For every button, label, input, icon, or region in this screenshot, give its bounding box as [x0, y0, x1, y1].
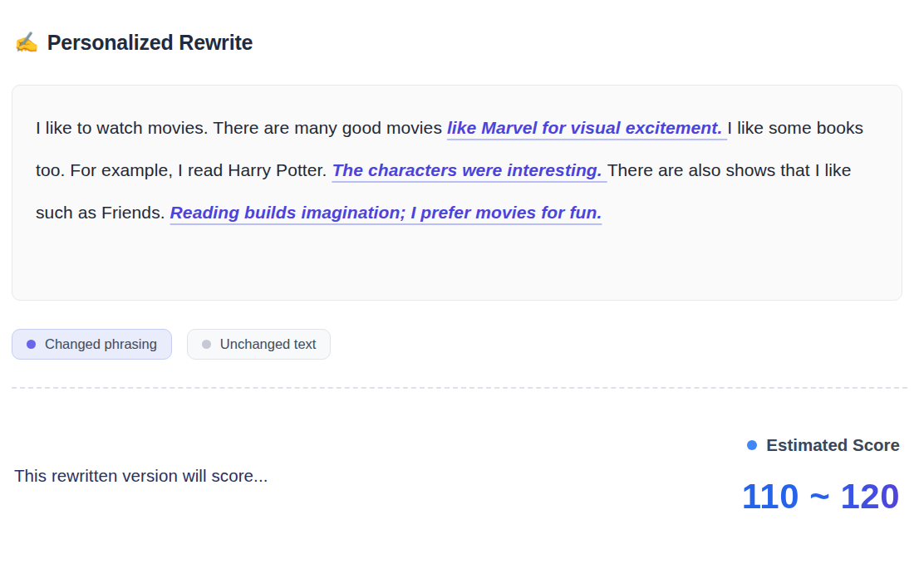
changed-text-segment[interactable]: The characters were interesting.: [332, 160, 607, 179]
page-title-text: Personalized Rewrite: [47, 30, 253, 55]
changed-text-segment[interactable]: Reading builds imagination; I prefer mov…: [170, 203, 602, 222]
legend-changed-phrasing-label: Changed phrasing: [45, 336, 157, 352]
legend: Changed phrasing Unchanged text: [12, 329, 902, 360]
legend-unchanged-text-label: Unchanged text: [220, 336, 317, 352]
score-section: This rewritten version will score... Est…: [12, 435, 902, 517]
estimated-score-label: Estimated Score: [766, 435, 900, 455]
unchanged-text-dot-icon: [202, 340, 211, 349]
rewrite-paragraph: I like to watch movies. There are many g…: [36, 106, 878, 233]
rewrite-text-card: I like to watch movies. There are many g…: [12, 85, 902, 301]
legend-unchanged-text-pill[interactable]: Unchanged text: [187, 329, 332, 360]
estimated-score-dot-icon: [747, 440, 757, 450]
writing-hand-icon: ✍️: [14, 30, 39, 55]
dashed-divider: [12, 387, 907, 389]
legend-changed-phrasing-pill[interactable]: Changed phrasing: [12, 329, 172, 360]
score-lead-text: This rewritten version will score...: [14, 466, 268, 486]
personalized-rewrite-panel: ✍️ Personalized Rewrite I like to watch …: [0, 0, 919, 588]
unchanged-text-segment: I like to watch movies. There are many g…: [36, 118, 447, 137]
estimated-score-value: 110 ~ 120: [742, 477, 900, 517]
changed-phrasing-dot-icon: [27, 340, 36, 349]
page-title: ✍️ Personalized Rewrite: [12, 30, 902, 55]
changed-text-segment[interactable]: like Marvel for visual excitement.: [447, 118, 727, 137]
estimated-score-block: Estimated Score 110 ~ 120: [742, 435, 900, 517]
estimated-score-label-row: Estimated Score: [747, 435, 900, 455]
